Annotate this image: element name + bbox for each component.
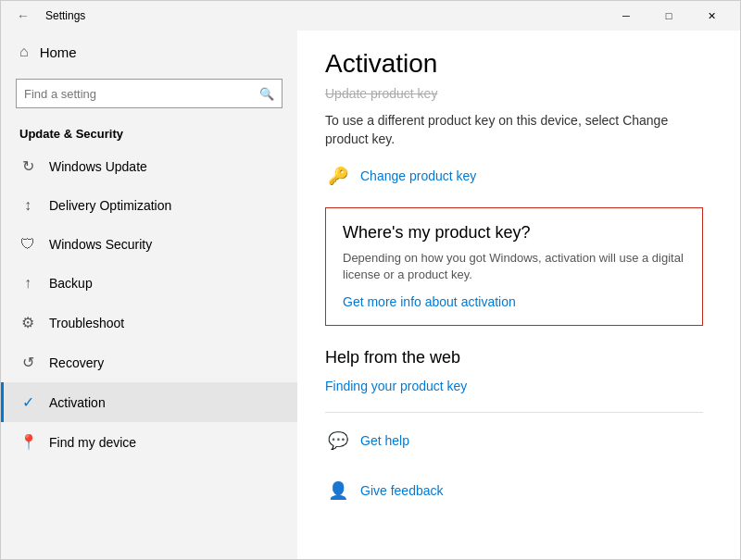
get-help-icon: 💬 <box>325 428 351 454</box>
find-my-device-icon: 📍 <box>19 433 36 451</box>
sidebar-item-label: Backup <box>49 276 93 291</box>
home-icon: ⌂ <box>19 44 29 60</box>
sidebar-item-troubleshoot[interactable]: ⚙ Troubleshoot <box>1 303 297 342</box>
sidebar-item-windows-update[interactable]: ↻ Windows Update <box>1 146 297 186</box>
sidebar-item-label: Activation <box>49 395 106 410</box>
windows-security-icon: 🛡 <box>19 236 36 253</box>
give-feedback-label: Give feedback <box>360 483 444 498</box>
change-product-key-link[interactable]: 🔑 Change product key <box>325 163 703 189</box>
sidebar-item-label: Windows Update <box>49 159 147 174</box>
close-button[interactable]: ✕ <box>690 1 733 31</box>
sidebar-item-label: Find my device <box>49 435 136 450</box>
troubleshoot-icon: ⚙ <box>19 314 36 331</box>
sidebar-item-label: Delivery Optimization <box>49 198 171 213</box>
window-title: Settings <box>45 9 85 22</box>
page-title: Activation <box>325 49 703 79</box>
recovery-icon: ↺ <box>19 354 36 371</box>
search-input[interactable] <box>24 87 259 101</box>
windows-update-icon: ↻ <box>19 157 36 175</box>
help-items: 💬 Get help 👤 Give feedback <box>325 428 703 522</box>
minimize-button[interactable]: ─ <box>605 1 647 31</box>
scroll-hint: Update product key <box>325 86 703 101</box>
sidebar-item-backup[interactable]: ↑ Backup <box>1 264 297 303</box>
settings-window: ← Settings ─ □ ✕ ⌂ Home 🔍 Update & Secur… <box>0 0 741 560</box>
activation-icon: ✓ <box>19 393 36 411</box>
change-product-key-label: Change product key <box>360 168 476 183</box>
description-text: To use a different product key on this d… <box>325 112 703 148</box>
search-box: 🔍 <box>16 79 283 108</box>
backup-icon: ↑ <box>19 275 36 292</box>
get-more-info-link[interactable]: Get more info about activation <box>343 294 516 309</box>
product-key-desc: Depending on how you got Windows, activa… <box>343 250 685 283</box>
sidebar-item-recovery[interactable]: ↺ Recovery <box>1 342 297 382</box>
sidebar-item-label: Recovery <box>49 355 104 370</box>
product-key-box: Where's my product key? Depending on how… <box>325 207 703 325</box>
sidebar-item-delivery-optimization[interactable]: ↕ Delivery Optimization <box>1 186 297 225</box>
title-bar: ← Settings ─ □ ✕ <box>1 1 740 31</box>
sidebar-item-label: Troubleshoot <box>49 316 124 330</box>
section-header: Update & Security <box>1 118 297 146</box>
get-help-label: Get help <box>360 433 409 448</box>
home-label: Home <box>40 44 77 60</box>
get-help-link[interactable]: 💬 Get help <box>325 428 703 454</box>
search-icon: 🔍 <box>259 87 274 101</box>
sidebar-item-label: Windows Security <box>49 237 152 252</box>
give-feedback-icon: 👤 <box>325 478 351 504</box>
content-area: ⌂ Home 🔍 Update & Security ↻ Windows Upd… <box>1 31 740 559</box>
sidebar-item-find-my-device[interactable]: 📍 Find my device <box>1 422 297 462</box>
give-feedback-link[interactable]: 👤 Give feedback <box>325 478 703 504</box>
help-from-web-title: Help from the web <box>325 348 703 367</box>
sidebar-item-activation[interactable]: ✓ Activation <box>1 382 297 422</box>
divider <box>325 412 703 413</box>
main-content: Activation Update product key To use a d… <box>297 31 740 559</box>
maximize-button[interactable]: □ <box>647 1 690 31</box>
delivery-optimization-icon: ↕ <box>19 197 36 214</box>
sidebar-item-windows-security[interactable]: 🛡 Windows Security <box>1 225 297 264</box>
back-button[interactable]: ← <box>8 1 38 31</box>
change-product-key-icon: 🔑 <box>325 163 351 189</box>
title-bar-left: ← Settings <box>8 1 85 31</box>
window-controls: ─ □ ✕ <box>605 1 733 31</box>
sidebar: ⌂ Home 🔍 Update & Security ↻ Windows Upd… <box>1 31 297 559</box>
product-key-title: Where's my product key? <box>343 223 685 243</box>
home-nav-item[interactable]: ⌂ Home <box>1 31 297 73</box>
finding-product-key-link[interactable]: Finding your product key <box>325 379 703 393</box>
